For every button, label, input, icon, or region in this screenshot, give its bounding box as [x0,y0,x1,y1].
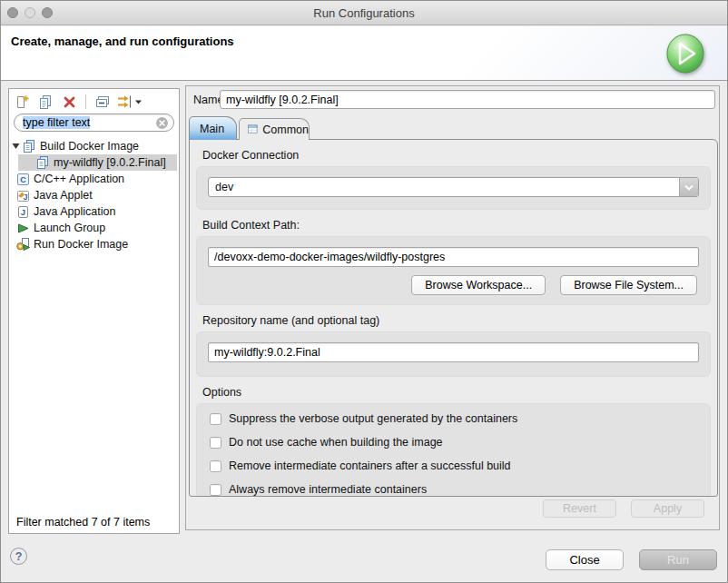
tree-item-my-wildfly[interactable]: my-wildfly [9.0.2.Final] [18,154,177,171]
collapse-all-icon [94,94,110,110]
repository-name-input[interactable] [208,342,699,362]
toolbar-separator [85,94,86,109]
tab-folder: Main Common Docker Connection dev [189,116,718,497]
table-icon [248,124,258,135]
banner-title: Create, manage, and run configurations [11,35,234,48]
delete-launch-config-button[interactable] [60,94,79,111]
options-group: Suppress the verbose output generated by… [196,403,711,497]
tree-item-label: Run Docker Image [34,238,128,251]
run-configurations-dialog: Run Configurations Create, manage, and r… [0,0,728,583]
duplicate-launch-config-button[interactable] [36,94,55,111]
option-row: Do not use cache when building the image [210,436,699,449]
checkbox-label: Always remove intermediate containers [229,483,427,496]
build-context-input[interactable] [208,247,699,267]
browse-workspace-button[interactable]: Browse Workspace... [411,275,546,295]
tree-item-run-docker-image[interactable]: Run Docker Image [9,236,179,252]
filter-input[interactable]: type filter text [14,114,174,132]
help-button[interactable]: ? [10,548,27,565]
filter-input-value: type filter text [23,116,155,129]
tree-item-label: Build Docker Image [40,140,139,153]
browse-filesystem-button[interactable]: Browse File System... [560,275,697,295]
checkbox-label: Suppress the verbose output generated by… [229,412,517,425]
java-applet-icon: J [16,189,30,203]
java-app-icon: J [16,205,30,219]
revert-button[interactable]: Revert [543,499,616,518]
tab-main[interactable]: Main [189,116,237,140]
filter-launch-configs-button[interactable] [116,94,143,111]
c-cpp-app-icon: C [16,173,30,186]
checkbox-label: Remove intermediate containers after a s… [229,459,511,472]
docker-connection-group: dev [196,166,711,210]
option-row: Always remove intermediate containers [210,483,699,496]
option-row: Remove intermediate containers after a s… [210,459,699,472]
duplicate-launch-config-icon [38,94,54,110]
title-bar: Run Configurations [1,1,727,25]
svg-text:J: J [23,193,27,202]
always-remove-intermediate-checkbox[interactable] [210,484,221,496]
main-tab-content: Docker Connection dev Build [189,139,718,497]
tree-item-build-docker-image[interactable]: Build Docker Image [9,138,179,154]
tree-item-label: C/C++ Application [34,173,124,185]
window-title: Run Configurations [1,6,727,20]
remove-intermediate-checkbox[interactable] [210,460,221,472]
suppress-verbose-checkbox[interactable] [210,413,221,425]
tree-item-c-cpp-application[interactable]: C C/C++ Application [9,171,179,187]
tree-item-java-applet[interactable]: J Java Applet [9,187,179,203]
launch-config-sidebar: type filter text Build Docker Image [8,88,180,534]
sidebar-toolbar [13,92,143,112]
docker-image-icon [36,156,50,170]
expander-arrow-icon[interactable] [11,143,21,150]
chevron-down-icon [684,184,694,191]
tab-common-label: Common [262,124,309,136]
build-context-label: Build Context Path: [202,219,717,232]
delete-launch-config-icon [62,94,77,110]
tree-item-label: Launch Group [34,222,105,234]
dropdown-caret-icon [135,100,142,104]
apply-button[interactable]: Apply [631,499,704,518]
tree-item-launch-group[interactable]: Launch Group [9,220,179,236]
launch-config-tree: Build Docker Image my-wildfly [9.0.2.Fin… [9,138,179,252]
docker-connection-value: dev [215,181,233,193]
repository-name-label: Repository name (and optional tag) [202,314,717,327]
tab-common[interactable]: Common [239,118,310,140]
filter-launch-configs-icon [116,94,143,110]
checkbox-label: Do not use cache when building the image [229,436,443,449]
config-editor-panel: Name: Main Common Docker Connection [185,85,720,530]
new-launch-config-button[interactable] [13,94,32,111]
run-button[interactable]: Run [639,549,717,570]
tab-main-label: Main [200,123,224,135]
new-launch-config-icon [15,94,30,110]
tree-item-label: Java Application [34,205,115,218]
docker-connection-combo[interactable]: dev [208,177,699,197]
option-row: Suppress the verbose output generated by… [210,412,699,425]
docker-image-icon [23,140,36,153]
tree-item-java-application[interactable]: J Java Application [9,203,179,220]
run-docker-image-icon [16,238,30,252]
no-cache-checkbox[interactable] [210,437,221,449]
combo-dropdown-button[interactable] [679,178,698,196]
repository-group [196,331,711,377]
run-wizard-icon [664,31,708,76]
svg-text:C: C [20,175,26,184]
options-label: Options [202,386,717,399]
collapse-all-button[interactable] [93,94,112,111]
name-input[interactable] [220,90,715,109]
clear-filter-icon[interactable] [155,116,169,130]
filter-match-status: Filter matched 7 of 7 items [16,516,150,529]
tree-item-label: Java Applet [34,189,93,202]
launch-group-icon [16,222,30,235]
docker-connection-label: Docker Connection [202,149,717,162]
build-context-group: Browse Workspace... Browse File System..… [196,236,711,305]
close-button[interactable]: Close [546,549,624,570]
svg-text:J: J [21,207,25,217]
banner: Create, manage, and run configurations [1,26,727,81]
tree-item-label: my-wildfly [9.0.2.Final] [54,156,166,169]
